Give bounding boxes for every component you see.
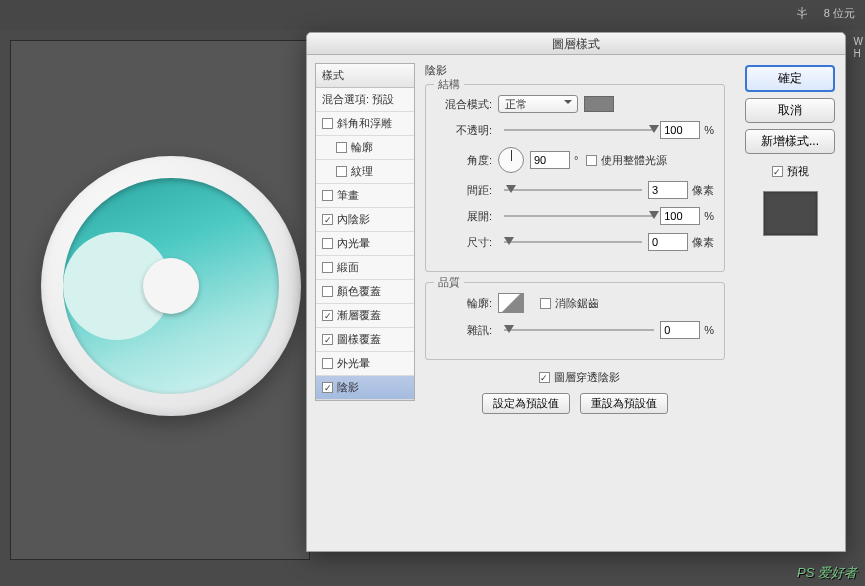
layer-knocks-out-checkbox[interactable]: 圖層穿透陰影 [539, 370, 620, 385]
style-item-5[interactable]: 內光暈 [316, 232, 414, 256]
size-label: 尺寸: [436, 235, 492, 250]
size-slider[interactable] [504, 235, 642, 249]
structure-fieldset: 結構 混合模式: 正常 不透明: % 角度: ° 使用整體光源 [425, 84, 725, 272]
antialias-checkbox[interactable]: 消除鋸齒 [540, 296, 599, 311]
style-item-label: 圖樣覆蓋 [337, 332, 381, 347]
style-item-checkbox[interactable] [336, 166, 347, 177]
dialog-right-column: 確定 取消 新增樣式... 預視 [745, 65, 835, 236]
effect-title: 陰影 [425, 63, 725, 78]
contour-label: 輪廓: [436, 296, 492, 311]
style-item-label: 陰影 [337, 380, 359, 395]
reset-default-button[interactable]: 重設為預設值 [580, 393, 668, 414]
artwork-center [143, 258, 199, 314]
style-item-label: 顏色覆蓋 [337, 284, 381, 299]
spread-unit: % [704, 210, 714, 222]
style-item-checkbox[interactable] [322, 238, 333, 249]
effect-settings: 陰影 結構 混合模式: 正常 不透明: % 角度: ° 使用整體光源 [425, 63, 725, 414]
style-item-11[interactable]: 陰影 [316, 376, 414, 400]
make-default-button[interactable]: 設定為預設值 [482, 393, 570, 414]
new-style-button[interactable]: 新增樣式... [745, 129, 835, 154]
angle-input[interactable] [530, 151, 570, 169]
style-item-label: 紋理 [351, 164, 373, 179]
style-item-label: 輪廓 [351, 140, 373, 155]
style-item-checkbox[interactable] [322, 118, 333, 129]
angle-degree: ° [574, 154, 578, 166]
watermark-text: PS 爱好者 [797, 564, 857, 582]
style-item-checkbox[interactable] [322, 214, 333, 225]
global-light-checkbox[interactable]: 使用整體光源 [586, 153, 667, 168]
style-item-checkbox[interactable] [322, 310, 333, 321]
distance-label: 間距: [436, 183, 492, 198]
quality-fieldset: 品質 輪廓: 消除鋸齒 雜訊: % [425, 282, 725, 360]
distance-slider[interactable] [504, 183, 642, 197]
structure-legend: 結構 [434, 77, 464, 92]
style-item-3[interactable]: 筆畫 [316, 184, 414, 208]
size-unit: 像素 [692, 235, 714, 250]
opacity-label: 不透明: [436, 123, 492, 138]
style-list: 樣式 混合選項: 預設 斜角和浮雕輪廓紋理筆畫內陰影內光暈緞面顏色覆蓋漸層覆蓋圖… [315, 63, 415, 401]
style-item-7[interactable]: 顏色覆蓋 [316, 280, 414, 304]
distance-unit: 像素 [692, 183, 714, 198]
blend-mode-label: 混合模式: [436, 97, 492, 112]
distance-input[interactable] [648, 181, 688, 199]
preview-swatch [763, 191, 818, 236]
noise-unit: % [704, 324, 714, 336]
style-item-label: 外光暈 [337, 356, 370, 371]
dialog-title: 圖層樣式 [307, 33, 845, 55]
style-item-label: 內光暈 [337, 236, 370, 251]
spread-label: 展開: [436, 209, 492, 224]
wh-labels: WH [854, 36, 863, 60]
style-item-label: 漸層覆蓋 [337, 308, 381, 323]
spread-input[interactable] [660, 207, 700, 225]
style-item-checkbox[interactable] [322, 262, 333, 273]
bit-depth-indicator: 8 位元 [793, 4, 855, 24]
plant-icon [793, 4, 813, 24]
opacity-unit: % [704, 124, 714, 136]
angle-dial[interactable] [498, 147, 524, 173]
spread-slider[interactable] [504, 209, 654, 223]
style-item-6[interactable]: 緞面 [316, 256, 414, 280]
ok-button[interactable]: 確定 [745, 65, 835, 92]
style-list-header[interactable]: 樣式 [316, 64, 414, 88]
bit-depth-text: 8 位元 [824, 7, 855, 19]
noise-slider[interactable] [504, 323, 654, 337]
style-item-label: 內陰影 [337, 212, 370, 227]
style-item-label: 緞面 [337, 260, 359, 275]
style-item-checkbox[interactable] [322, 190, 333, 201]
style-item-label: 斜角和浮雕 [337, 116, 392, 131]
style-item-checkbox[interactable] [322, 334, 333, 345]
style-item-9[interactable]: 圖樣覆蓋 [316, 328, 414, 352]
style-item-2[interactable]: 紋理 [316, 160, 414, 184]
style-item-checkbox[interactable] [322, 382, 333, 393]
artwork-circle [41, 156, 301, 416]
opacity-input[interactable] [660, 121, 700, 139]
contour-picker[interactable] [498, 293, 524, 313]
opacity-slider[interactable] [504, 123, 654, 137]
style-item-10[interactable]: 外光暈 [316, 352, 414, 376]
canvas-area [10, 40, 310, 560]
cancel-button[interactable]: 取消 [745, 98, 835, 123]
angle-label: 角度: [436, 153, 492, 168]
style-item-4[interactable]: 內陰影 [316, 208, 414, 232]
blend-mode-dropdown[interactable]: 正常 [498, 95, 578, 113]
blending-options-item[interactable]: 混合選項: 預設 [316, 88, 414, 112]
size-input[interactable] [648, 233, 688, 251]
style-item-1[interactable]: 輪廓 [316, 136, 414, 160]
style-item-0[interactable]: 斜角和浮雕 [316, 112, 414, 136]
artwork-inner [63, 178, 279, 394]
style-item-checkbox[interactable] [336, 142, 347, 153]
layer-style-dialog: 圖層樣式 樣式 混合選項: 預設 斜角和浮雕輪廓紋理筆畫內陰影內光暈緞面顏色覆蓋… [306, 32, 846, 552]
shadow-color-swatch[interactable] [584, 96, 614, 112]
style-item-8[interactable]: 漸層覆蓋 [316, 304, 414, 328]
preview-checkbox[interactable]: 預視 [745, 164, 835, 179]
style-item-label: 筆畫 [337, 188, 359, 203]
noise-input[interactable] [660, 321, 700, 339]
style-item-checkbox[interactable] [322, 358, 333, 369]
quality-legend: 品質 [434, 275, 464, 290]
style-item-checkbox[interactable] [322, 286, 333, 297]
noise-label: 雜訊: [436, 323, 492, 338]
app-topbar: 8 位元 [0, 0, 865, 30]
